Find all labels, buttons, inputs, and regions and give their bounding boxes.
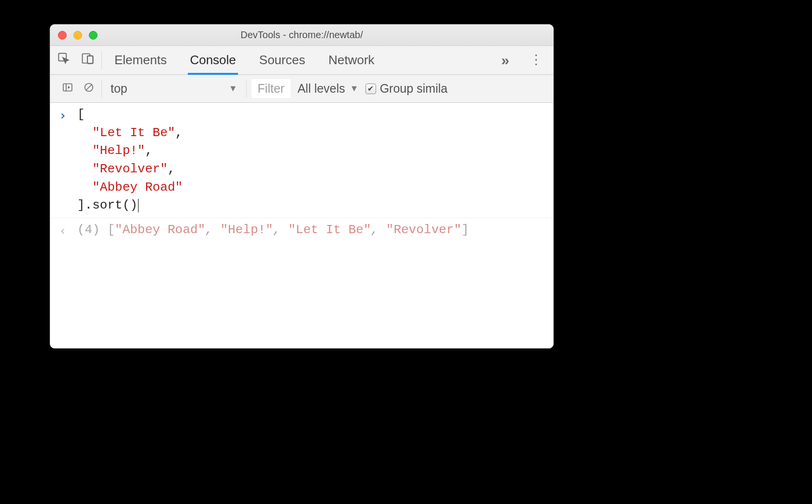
tabs-overflow-icon[interactable]: » <box>501 52 509 69</box>
output-marker-icon: ‹ <box>58 221 68 240</box>
console-input-entry[interactable]: › [ "Let It Be", "Help!", "Revolver", "A… <box>50 103 553 218</box>
tab-label: Network <box>328 53 374 68</box>
device-toolbar-icon[interactable] <box>81 52 95 69</box>
tab-list: Elements Console Sources Network <box>102 46 501 74</box>
console-input-code[interactable]: [ "Let It Be", "Help!", "Revolver", "Abb… <box>77 106 182 215</box>
tab-network[interactable]: Network <box>328 46 374 74</box>
maximize-icon[interactable] <box>89 31 98 40</box>
console-toolbar: top ▼ Filter All levels ▼ ✔ Group simila <box>50 75 553 103</box>
devtools-window: DevTools - chrome://newtab/ Elements Con… <box>50 24 554 349</box>
input-prompt-icon: › <box>58 106 68 125</box>
window-title: DevTools - chrome://newtab/ <box>50 29 553 41</box>
svg-rect-4 <box>63 84 72 91</box>
context-selector[interactable]: top ▼ <box>104 82 244 96</box>
tab-label: Elements <box>114 53 167 68</box>
inspect-element-icon[interactable] <box>57 52 70 69</box>
levels-label: All levels <box>297 82 345 96</box>
tab-elements[interactable]: Elements <box>114 46 167 74</box>
group-similar-checkbox[interactable]: ✔ <box>365 84 376 94</box>
minimize-icon[interactable] <box>73 31 82 40</box>
tab-console[interactable]: Console <box>190 46 236 74</box>
tabbar: Elements Console Sources Network » ⋯ <box>50 46 553 75</box>
tab-sources[interactable]: Sources <box>259 46 305 74</box>
toggle-drawer-icon[interactable] <box>57 82 78 96</box>
svg-line-7 <box>86 84 92 90</box>
console-output-entry[interactable]: ‹ (4) ["Abbey Road", "Help!", "Let It Be… <box>50 218 553 243</box>
tab-label: Console <box>190 53 236 68</box>
context-value: top <box>111 82 127 96</box>
console-output-code: (4) ["Abbey Road", "Help!", "Let It Be",… <box>77 221 469 239</box>
group-similar-label: Group simila <box>380 82 448 96</box>
console-body: › [ "Let It Be", "Help!", "Revolver", "A… <box>50 103 553 348</box>
titlebar: DevTools - chrome://newtab/ <box>50 25 553 46</box>
filter-input[interactable]: Filter <box>252 79 291 98</box>
chevron-down-icon: ▼ <box>229 84 238 94</box>
traffic-lights <box>50 31 98 40</box>
chevron-down-icon: ▼ <box>350 84 359 94</box>
more-options-icon[interactable]: ⋯ <box>529 49 545 71</box>
close-icon[interactable] <box>58 31 67 40</box>
log-levels-selector[interactable]: All levels ▼ <box>291 82 365 96</box>
tab-label: Sources <box>259 53 305 68</box>
clear-console-icon[interactable] <box>78 82 99 96</box>
svg-rect-2 <box>87 56 93 64</box>
